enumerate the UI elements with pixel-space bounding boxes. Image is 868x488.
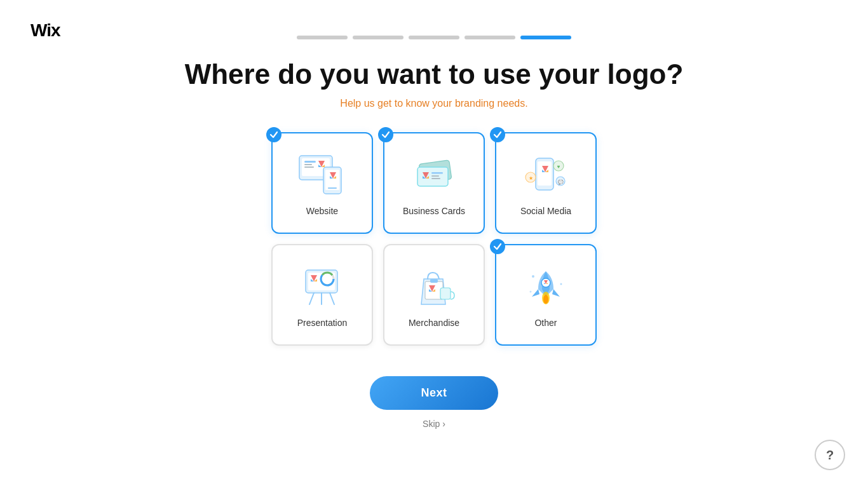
svg-text:♥: ♥: [557, 164, 560, 170]
card-other[interactable]: Other: [495, 244, 597, 346]
svg-point-56: [532, 275, 534, 278]
icon-merchandise: [409, 262, 459, 313]
progress-step-5: [520, 36, 571, 39]
svg-line-42: [330, 293, 334, 304]
card-merchandise[interactable]: Merchandise: [383, 244, 485, 346]
svg-text:💬: 💬: [558, 179, 564, 185]
icon-social-media: ♥ ★ 💬: [520, 150, 571, 201]
svg-rect-45: [430, 279, 438, 283]
icon-business-cards: [409, 150, 459, 201]
page-subtitle: Help us get to know your branding needs.: [340, 98, 527, 109]
progress-step-4: [465, 36, 515, 39]
svg-rect-19: [431, 172, 443, 174]
svg-rect-21: [431, 178, 440, 179]
svg-rect-3: [304, 164, 312, 165]
check-website: [266, 127, 281, 142]
logo: Wix: [31, 20, 60, 41]
card-presentation[interactable]: Presentation: [271, 244, 373, 346]
label-merchandise: Merchandise: [409, 318, 459, 328]
icon-website: [297, 150, 348, 201]
icon-other: [520, 262, 571, 313]
check-other: [490, 239, 505, 254]
options-grid: Website: [271, 132, 597, 346]
svg-rect-4: [304, 166, 314, 168]
label-website: Website: [306, 206, 338, 216]
svg-point-55: [543, 295, 548, 304]
label-social-media: Social Media: [520, 206, 571, 216]
label-other: Other: [534, 318, 557, 328]
card-website[interactable]: Website: [271, 132, 373, 234]
svg-rect-13: [328, 187, 337, 189]
main-content: Where do you want to use your logo? Help…: [0, 58, 868, 429]
svg-point-58: [530, 291, 532, 293]
card-social-media[interactable]: ♥ ★ 💬 Social Media: [495, 132, 597, 234]
check-social-media: [490, 127, 505, 142]
progress-step-2: [353, 36, 403, 39]
label-business-cards: Business Cards: [403, 206, 465, 216]
svg-rect-49: [440, 288, 451, 299]
svg-text:★: ★: [529, 175, 533, 181]
next-button[interactable]: Next: [370, 376, 498, 410]
progress-bar: [0, 36, 868, 39]
card-business-cards[interactable]: Business Cards: [383, 132, 485, 234]
svg-rect-20: [431, 175, 439, 177]
progress-step-3: [409, 36, 459, 39]
help-button[interactable]: ?: [815, 440, 845, 470]
skip-link[interactable]: Skip ›: [423, 419, 445, 429]
page-title: Where do you want to use your logo?: [185, 58, 684, 90]
svg-rect-2: [304, 161, 316, 163]
progress-step-1: [297, 36, 348, 39]
svg-rect-23: [538, 161, 552, 186]
label-presentation: Presentation: [297, 318, 348, 328]
check-business-cards: [378, 127, 393, 142]
svg-point-57: [560, 283, 562, 285]
svg-line-41: [309, 293, 314, 304]
icon-presentation: [297, 262, 348, 313]
